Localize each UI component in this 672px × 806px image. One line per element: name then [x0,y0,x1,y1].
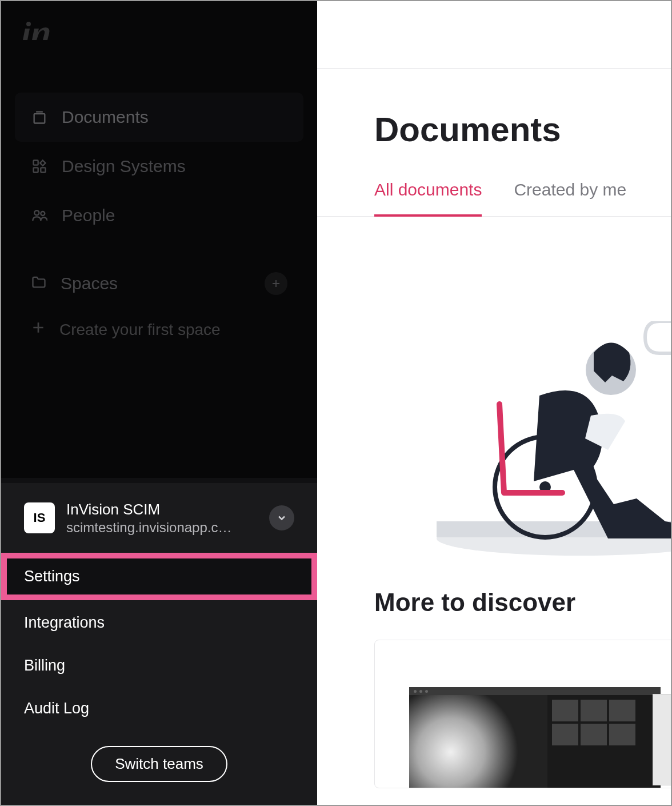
design-systems-icon [31,158,48,175]
tab-all-documents[interactable]: All documents [374,180,482,217]
sidebar-item-label: Design Systems [62,157,186,176]
team-menu-settings[interactable]: Settings [3,555,315,598]
svg-rect-0 [34,114,45,123]
svg-rect-3 [41,167,45,172]
team-name: InVision SCIM [66,500,258,520]
sidebar-item-design-systems[interactable]: Design Systems [15,142,303,191]
invision-logo[interactable] [1,1,317,58]
svg-point-4 [34,210,39,215]
svg-point-5 [41,212,45,216]
main-content: Documents All documents Created by me Mo… [317,1,671,805]
team-menu-toggle[interactable] [269,505,294,530]
mock-app-window [409,687,661,788]
top-bar [317,1,671,69]
svg-rect-1 [34,161,38,165]
people-icon [31,207,48,224]
team-avatar: IS [24,502,55,533]
main-nav: Documents Design Systems People Spaces [1,58,317,349]
team-section: IS InVision SCIM scimtesting.invisionapp… [1,483,317,805]
sidebar-spaces-header[interactable]: Spaces [15,257,303,310]
team-menu-integrations[interactable]: Integrations [1,601,317,644]
plus-icon [31,320,46,339]
sidebar-item-label: Documents [62,107,149,127]
tab-created-by-me[interactable]: Created by me [514,180,626,217]
spaces-label: Spaces [61,274,118,293]
mock-inspector-panel [653,694,671,785]
team-menu-billing[interactable]: Billing [1,644,317,687]
empty-state-illustration [431,321,671,567]
discover-title: More to discover [317,588,671,617]
team-menu-audit-log[interactable]: Audit Log [1,687,317,730]
discover-card[interactable] [374,640,671,788]
add-space-button[interactable] [265,272,287,295]
document-tabs: All documents Created by me [317,149,671,217]
sidebar-item-label: People [62,206,115,225]
page-title: Documents [317,69,671,149]
documents-icon [31,109,48,126]
team-header[interactable]: IS InVision SCIM scimtesting.invisionapp… [1,483,317,552]
svg-rect-2 [34,167,38,172]
create-space-label: Create your first space [59,321,221,339]
folder-icon [31,274,47,294]
sidebar-item-people[interactable]: People [15,191,303,240]
sidebar: Documents Design Systems People Spaces [1,1,317,805]
switch-teams-button[interactable]: Switch teams [91,746,227,782]
team-url: scimtesting.invisionapp.c… [66,520,258,536]
sidebar-item-documents[interactable]: Documents [15,93,303,142]
create-first-space[interactable]: Create your first space [15,310,303,349]
